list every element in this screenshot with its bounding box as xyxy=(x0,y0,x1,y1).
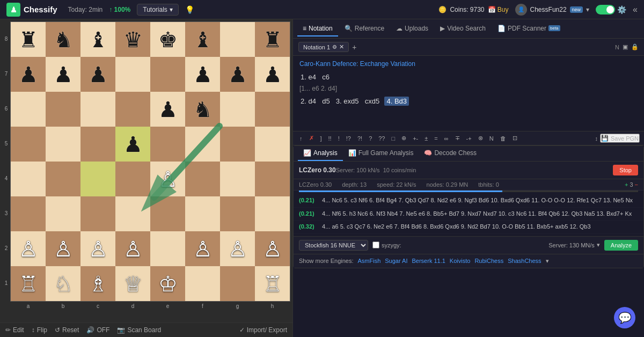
server-chevron[interactable]: ▾ xyxy=(597,241,600,248)
board-square[interactable] xyxy=(46,92,80,127)
board-square[interactable] xyxy=(150,231,185,266)
board-square[interactable] xyxy=(185,196,220,231)
chess-piece[interactable]: ♘ xyxy=(54,273,73,295)
board-square[interactable] xyxy=(11,162,46,196)
board-square[interactable] xyxy=(220,92,255,127)
engine-sugar-ai[interactable]: Sugar AI xyxy=(385,258,407,264)
analysis-tab-full-game[interactable]: 📊 Full Game Analysis xyxy=(343,146,419,161)
board-square[interactable] xyxy=(46,196,80,231)
board-square[interactable] xyxy=(220,127,255,162)
ann-exclaim-q-btn[interactable]: !? xyxy=(344,134,353,143)
board-square[interactable]: ♞ xyxy=(46,22,80,57)
syzygy-checkbox[interactable] xyxy=(372,241,379,248)
board-square[interactable]: ♙ xyxy=(80,231,115,266)
chess-piece[interactable]: ♙ xyxy=(123,238,143,260)
collapse-icon[interactable]: « xyxy=(633,5,638,14)
board-square[interactable] xyxy=(220,266,255,301)
ann-trash-btn[interactable]: 🗑 xyxy=(498,134,508,143)
board-square[interactable]: ♟ xyxy=(46,57,80,92)
board-square[interactable] xyxy=(150,57,185,92)
ann-q-exclaim-btn[interactable]: ?! xyxy=(355,134,364,143)
add-notation-icon[interactable]: + xyxy=(352,43,356,52)
chess-piece[interactable]: ♙ xyxy=(19,238,38,260)
engine-berserk[interactable]: Berserk 11.1 xyxy=(412,258,445,264)
off-button[interactable]: 🔊 OFF xyxy=(86,326,109,334)
board-square[interactable]: ♙ xyxy=(220,231,255,266)
engine-line-1[interactable]: (0.21) 4... Nc6 5. c3 Nf6 6. Bf4 Bg4 7. … xyxy=(294,194,643,208)
board-square[interactable]: ♟ xyxy=(115,127,150,162)
move-3exd5[interactable]: 3. exd5 xyxy=(335,97,360,106)
discord-button[interactable]: 💬 xyxy=(614,307,635,328)
chess-piece[interactable]: ♙ xyxy=(263,238,282,260)
ann-mp2-btn[interactable]: -+ xyxy=(464,134,474,143)
engine-line-2[interactable]: (0.21) 4... Nf6 5. h3 Nc6 6. Nf3 Nb4 7. … xyxy=(294,208,643,221)
board-square[interactable] xyxy=(46,127,80,162)
chess-piece[interactable]: ♖ xyxy=(19,273,38,295)
move-1e4[interactable]: 1. e4 xyxy=(299,72,317,82)
engine-rubichess[interactable]: RubiChess xyxy=(474,258,503,264)
analysis-tab-analysis[interactable]: 📈 Analysis xyxy=(298,146,343,161)
chess-piece[interactable]: ♙ xyxy=(228,238,247,260)
chess-piece[interactable]: ♛ xyxy=(123,29,143,50)
scan-board-button[interactable]: 📷 Scan Board xyxy=(117,326,161,334)
board-square[interactable]: ♛ xyxy=(115,22,150,57)
chess-piece[interactable]: ♞ xyxy=(193,99,213,120)
lock-icon[interactable]: 🔒 xyxy=(631,43,639,50)
board-square[interactable]: ♝ xyxy=(80,22,115,57)
board-square[interactable] xyxy=(150,196,185,231)
import-export-button[interactable]: ✓ Import/ Export xyxy=(239,326,287,334)
board-square[interactable] xyxy=(255,127,290,162)
board-square[interactable]: ♟ xyxy=(185,57,220,92)
ann-eq-btn[interactable]: = xyxy=(432,134,440,143)
chess-piece[interactable]: ♟ xyxy=(54,64,73,85)
board-square[interactable]: ♙ xyxy=(185,231,220,266)
chess-piece[interactable]: ♟ xyxy=(19,64,38,85)
board-square[interactable] xyxy=(185,266,220,301)
ann-up-btn[interactable]: ↑ xyxy=(297,134,305,143)
engine-line-3[interactable]: (0.32) 4... a6 5. c3 Qc7 6. Ne2 e6 7. Bf… xyxy=(294,221,643,234)
board-square[interactable] xyxy=(11,127,46,162)
engine-shashchess[interactable]: ShashChess xyxy=(508,258,541,264)
chevron-down-icon[interactable]: ▾ xyxy=(586,6,589,13)
analysis-tab-decode[interactable]: 🧠 Decode Chess xyxy=(419,146,482,161)
board-square[interactable] xyxy=(220,196,255,231)
chess-piece[interactable]: ♗ xyxy=(89,273,108,295)
plus-lines[interactable]: + xyxy=(625,181,628,188)
chess-piece[interactable]: ♟ xyxy=(193,64,213,85)
tab-uploads[interactable]: ☁ Uploads xyxy=(391,21,434,36)
board-square[interactable]: ♙ xyxy=(150,162,185,196)
board-square[interactable] xyxy=(220,162,255,196)
buy-button[interactable]: 📅 Buy xyxy=(488,6,509,13)
chess-piece[interactable]: ♝ xyxy=(193,29,213,50)
board-square[interactable] xyxy=(115,162,150,196)
board-square[interactable] xyxy=(255,196,290,231)
move-1c6[interactable]: c6 xyxy=(321,72,331,82)
chess-piece[interactable]: ♟ xyxy=(89,64,108,85)
tab-video-search[interactable]: ▶ Video Search xyxy=(435,21,491,36)
chess-piece[interactable]: ♟ xyxy=(263,64,282,85)
board-square[interactable] xyxy=(80,196,115,231)
board-square[interactable] xyxy=(115,196,150,231)
ann-pm-btn[interactable]: +- xyxy=(411,134,420,143)
board-square[interactable]: ♙ xyxy=(46,231,80,266)
ann-inf-btn[interactable]: ∞ xyxy=(442,134,451,143)
minus-lines[interactable]: − xyxy=(635,181,638,188)
settings-icon[interactable]: ⚙ xyxy=(332,44,337,50)
board-square[interactable]: ♙ xyxy=(11,231,46,266)
chess-piece[interactable]: ♟ xyxy=(158,99,178,120)
board-square[interactable] xyxy=(80,162,115,196)
edit-button[interactable]: ✏ Edit xyxy=(5,326,24,334)
board-square[interactable] xyxy=(150,127,185,162)
board-square[interactable]: ♙ xyxy=(115,231,150,266)
ann-square-btn[interactable]: □ xyxy=(390,134,398,143)
flip-button[interactable]: ↕ Flip xyxy=(32,326,47,334)
board-square[interactable]: ♘ xyxy=(46,266,80,301)
board-square[interactable]: ♚ xyxy=(150,22,185,57)
ann-expand-btn[interactable]: ⊡ xyxy=(510,134,519,143)
ann-q-btn[interactable]: ? xyxy=(367,134,374,143)
chess-piece[interactable]: ♔ xyxy=(158,273,178,295)
chess-piece[interactable]: ♞ xyxy=(54,29,73,50)
board-square[interactable] xyxy=(11,92,46,127)
ann-eval-btn[interactable]: ⊕ xyxy=(399,134,408,143)
stockfish-select[interactable]: Stockfish 16 NNUE xyxy=(299,240,368,251)
